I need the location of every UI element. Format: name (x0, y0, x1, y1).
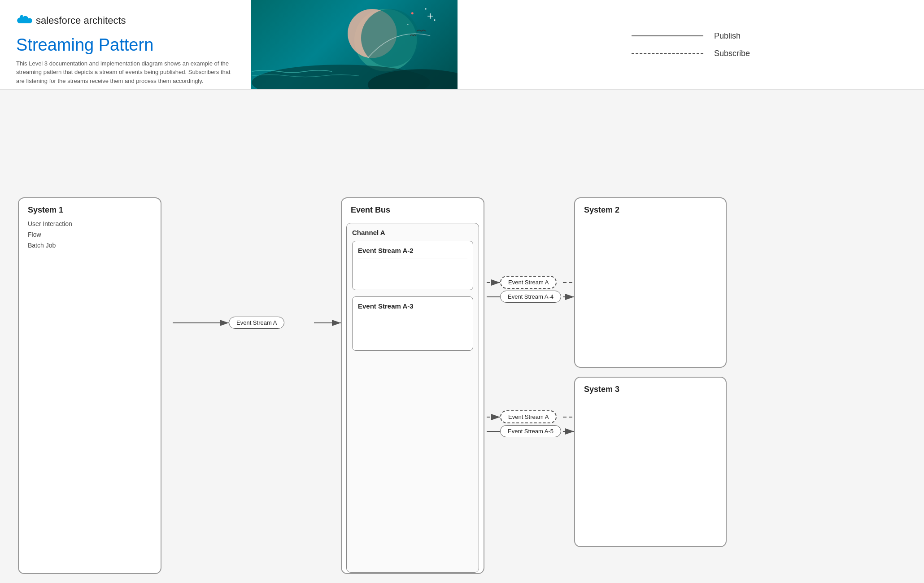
system1-label: System 1 (19, 198, 161, 218)
event-stream-a5-pill: Event Stream A-5 (500, 425, 561, 437)
subscribe-event-stream-a-pill-top: Event Stream A (500, 276, 557, 289)
system1-items: User Interaction Flow Batch Job (19, 218, 161, 256)
event-stream-a3-label: Event Stream A-3 (358, 302, 467, 310)
svg-point-4 (425, 8, 427, 9)
page-description: This Level 3 documentation and implement… (16, 59, 235, 86)
publish-line-icon (632, 35, 703, 36)
salesforce-logo-icon (16, 13, 32, 29)
event-bus-box: Event Bus Channel A Event Stream A-2 Eve… (341, 197, 484, 574)
publish-event-stream-a-pill: Event Stream A (229, 317, 284, 329)
system1-item-1: User Interaction (28, 220, 152, 227)
svg-point-5 (434, 19, 436, 21)
subscribe-label: Subscribe (714, 49, 750, 58)
system3-label: System 3 (575, 378, 726, 398)
subscribe-event-stream-a-pill-bottom: Event Stream A (500, 410, 557, 423)
header-art (251, 0, 458, 89)
legend-publish: Publish (632, 31, 750, 41)
system1-box: System 1 User Interaction Flow Batch Job (18, 197, 161, 574)
channel-a-label: Channel A (352, 229, 473, 236)
system1-item-3: Batch Job (28, 242, 152, 249)
event-stream-a2-label: Event Stream A-2 (358, 247, 467, 258)
system3-box: System 3 (574, 377, 727, 547)
svg-point-2 (361, 9, 419, 67)
event-bus-label: Event Bus (342, 198, 484, 218)
subscribe-line-icon (632, 53, 703, 54)
page-title: Streaming Pattern (16, 36, 235, 55)
header-right: Publish Subscribe (458, 0, 924, 89)
logo-area: salesforce architects (16, 13, 235, 29)
system2-label: System 2 (575, 198, 726, 218)
header: salesforce architects Streaming Pattern … (0, 0, 924, 90)
svg-point-6 (407, 24, 408, 25)
logo-text: salesforce architects (36, 15, 126, 26)
system1-item-2: Flow (28, 231, 152, 238)
publish-label: Publish (714, 31, 741, 41)
legend: Publish Subscribe (632, 31, 750, 58)
system2-box: System 2 (574, 197, 727, 368)
event-stream-a4-pill: Event Stream A-4 (500, 291, 561, 303)
header-left: salesforce architects Streaming Pattern … (0, 0, 251, 89)
diagram-area: System 1 User Interaction Flow Batch Job… (0, 90, 924, 565)
legend-subscribe: Subscribe (632, 49, 750, 58)
svg-point-3 (411, 12, 414, 14)
